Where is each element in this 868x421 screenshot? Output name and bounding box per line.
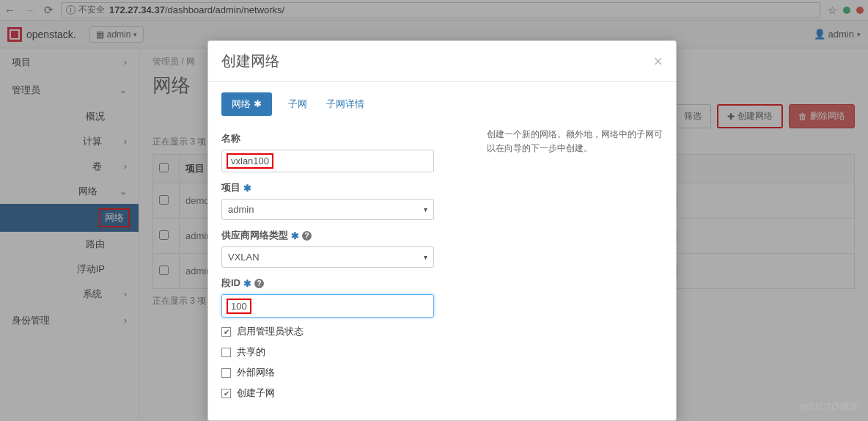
provider-type-select[interactable]: VXLAN▾ — [221, 246, 434, 268]
modal-title: 创建网络 — [221, 51, 653, 71]
label-segment-id: 段ID — [221, 277, 240, 290]
label-provider-type: 供应商网络类型 — [221, 229, 288, 242]
segment-id-input[interactable]: 100 — [221, 294, 434, 318]
project-select[interactable]: admin▾ — [221, 199, 434, 220]
check-shared[interactable]: 共享的 — [221, 345, 465, 359]
watermark: @51CTO博客 — [798, 400, 858, 414]
tab-subnet[interactable]: 子网 — [285, 92, 310, 116]
caret-down-icon: ▾ — [424, 253, 427, 261]
label-project: 项目 — [221, 181, 240, 194]
check-enable-admin-state[interactable]: ✔启用管理员状态 — [221, 325, 465, 338]
help-icon[interactable]: ? — [302, 231, 312, 241]
close-icon[interactable]: × — [653, 52, 663, 71]
help-icon[interactable]: ? — [254, 279, 264, 288]
check-create-subnet[interactable]: ✔创建子网 — [221, 387, 465, 400]
tab-network[interactable]: 网络 ✱ — [221, 92, 272, 116]
tab-subnet-detail[interactable]: 子网详情 — [323, 92, 367, 116]
modal-help-text: 创建一个新的网络。额外地，网络中的子网可以在向导的下一步中创建。 — [487, 123, 663, 407]
check-external[interactable]: 外部网络 — [221, 366, 465, 379]
caret-down-icon: ▾ — [424, 205, 427, 213]
label-name: 名称 — [221, 132, 465, 145]
create-network-modal: 创建网络 × 网络 ✱ 子网 子网详情 名称 vxlan100 项目✱ admi… — [207, 40, 677, 421]
name-input[interactable]: vxlan100 — [221, 150, 434, 172]
